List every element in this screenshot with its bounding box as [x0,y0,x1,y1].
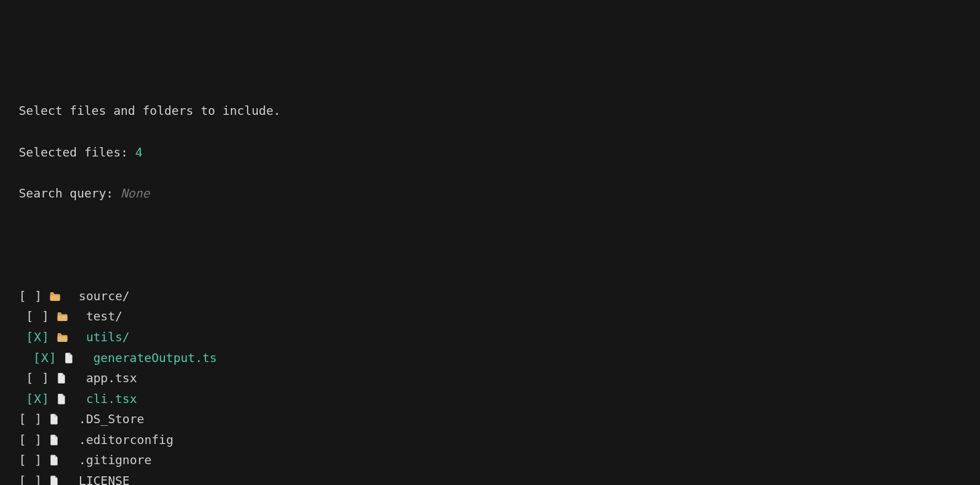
tree-row[interactable]: [ ] LICENSE [19,471,961,485]
checkbox[interactable]: [ ] [19,453,42,467]
tree-row[interactable]: [X] cli.tsx [19,389,961,410]
checkbox[interactable]: [X] [34,351,57,365]
checkbox[interactable]: [ ] [26,371,50,385]
file-name[interactable]: .editorconfig [79,433,173,447]
file-icon [57,389,72,410]
header-title: Select files and folders to include. [19,101,961,122]
file-name[interactable]: .DS_Store [79,412,144,426]
file-name[interactable]: LICENSE [79,474,130,485]
selected-files-label: Selected files: [19,145,135,159]
search-query-value: None [121,186,150,200]
file-name[interactable]: generateOutput.ts [93,351,217,365]
tree-row[interactable]: [ ] app.tsx [19,368,961,389]
selected-files-line: Selected files: 4 [19,142,961,163]
tree-row[interactable]: [ ] .gitignore [19,450,961,471]
tree-row[interactable]: [X] generateOutput.ts [19,348,961,369]
checkbox[interactable]: [X] [26,392,50,406]
file-icon [57,368,72,389]
file-tree[interactable]: [ ] source/[ ] test/[X] utils/[X] genera… [19,286,961,485]
tree-row[interactable]: [ ] test/ [19,306,961,327]
file-icon [64,348,79,369]
checkbox[interactable]: [ ] [19,412,42,426]
file-name[interactable]: app.tsx [86,371,137,385]
checkbox[interactable]: [ ] [19,289,42,303]
folder-icon [50,286,64,307]
spacer [19,224,961,245]
checkbox[interactable]: [ ] [26,309,50,323]
file-name[interactable]: cli.tsx [86,392,137,406]
folder-name[interactable]: test/ [86,309,122,323]
tree-row[interactable]: [ ] .DS_Store [19,409,961,430]
search-query-line: Search query: None [19,183,961,204]
tree-row[interactable]: [ ] .editorconfig [19,430,961,451]
folder-name[interactable]: source/ [79,289,130,303]
checkbox[interactable]: [X] [26,330,50,344]
file-icon [50,471,64,485]
checkbox[interactable]: [ ] [19,433,42,447]
search-query-label: Search query: [19,186,121,200]
folder-icon [57,327,72,348]
file-icon [50,430,64,451]
tree-row[interactable]: [ ] source/ [19,286,961,307]
folder-icon [57,306,72,327]
file-icon [50,450,64,471]
folder-name[interactable]: utils/ [86,330,130,344]
selected-files-count: 4 [135,145,142,159]
tree-row[interactable]: [X] utils/ [19,327,961,348]
file-name[interactable]: .gitignore [79,453,151,467]
checkbox[interactable]: [ ] [19,474,42,485]
file-icon [50,409,64,430]
